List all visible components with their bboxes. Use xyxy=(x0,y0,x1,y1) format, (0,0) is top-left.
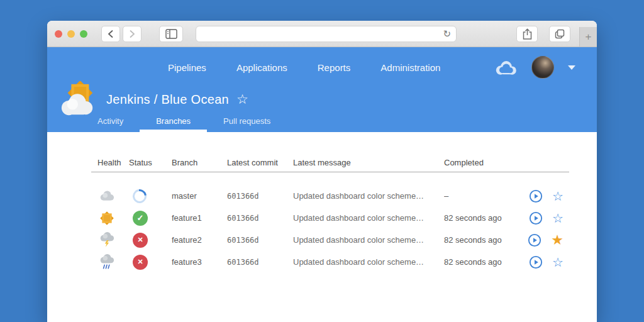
favorite-pipeline-star-icon[interactable]: ☆ xyxy=(236,92,248,107)
table-body: ✓ ✕ master 601366d Updated dashboard col… xyxy=(91,172,597,273)
completed-time: 82 seconds ago xyxy=(444,257,513,267)
sidebar-toggle-button[interactable] xyxy=(159,26,183,42)
health-icon-cell xyxy=(91,254,129,270)
nav-item-reports[interactable]: Reports xyxy=(318,62,351,73)
favorite-star-button[interactable]: ☆★ xyxy=(552,190,564,203)
back-button[interactable] xyxy=(101,26,120,42)
running-spinner-icon xyxy=(130,189,150,203)
cloud-icon xyxy=(494,59,519,76)
column-header-completed: Completed xyxy=(444,158,513,167)
column-header-latest-message: Latest message xyxy=(293,158,444,167)
refresh-icon[interactable]: ↻ xyxy=(443,29,451,38)
run-button[interactable] xyxy=(529,255,543,269)
latest-message: Updated dashboard color scheme… xyxy=(293,213,444,223)
table-row[interactable]: ✓ ✕ feature2 601366d Updated dashboard c… xyxy=(91,229,569,251)
branch-name: feature3 xyxy=(172,257,227,267)
completed-time: 82 seconds ago xyxy=(444,213,513,223)
run-button[interactable] xyxy=(529,189,543,203)
failure-icon: ✕ xyxy=(133,233,148,248)
run-button[interactable] xyxy=(528,233,541,247)
status-icon-cell: ✓ ✕ xyxy=(129,255,172,270)
close-window-button[interactable] xyxy=(55,30,62,38)
latest-commit: 601366d xyxy=(227,192,293,201)
address-bar: ↻ xyxy=(196,26,457,42)
star-outline-icon: ☆ xyxy=(552,255,564,269)
nav-item-pipelines[interactable]: Pipelines xyxy=(168,62,206,73)
show-all-tabs-button[interactable] xyxy=(549,26,570,42)
header-right-group xyxy=(494,56,597,79)
nav-item-administration[interactable]: Administration xyxy=(380,62,440,73)
sidebar-icon xyxy=(165,29,177,39)
app-header: Pipelines Applications Reports Administr… xyxy=(47,47,597,132)
favorite-star-button[interactable]: ☆★ xyxy=(552,212,564,225)
star-outline-icon: ☆ xyxy=(552,211,564,225)
traffic-lights xyxy=(55,30,87,38)
latest-message: Updated dashboard color scheme… xyxy=(293,257,444,267)
branch-name: feature2 xyxy=(172,235,227,245)
favorite-star-button[interactable]: ☆★ xyxy=(551,234,564,247)
branch-name: feature1 xyxy=(172,213,227,223)
tab-branches[interactable]: Branches xyxy=(140,113,207,132)
branch-name: master xyxy=(172,191,227,201)
latest-message: Updated dashboard color scheme… xyxy=(293,191,444,201)
latest-message: Updated dashboard color scheme… xyxy=(293,235,444,245)
status-icon-cell: ✓ ✕ xyxy=(129,189,172,203)
latest-commit: 601366d xyxy=(227,214,293,223)
forward-button[interactable] xyxy=(123,26,142,42)
weather-rain-icon xyxy=(99,254,115,270)
health-icon-cell xyxy=(91,210,129,226)
failure-icon: ✕ xyxy=(133,255,148,270)
browser-toolbar: ↻ + xyxy=(47,21,597,47)
weather-cloudy-icon xyxy=(99,190,115,201)
toolbar-right-buttons xyxy=(516,26,570,42)
row-actions: ☆★ xyxy=(513,233,569,247)
share-icon xyxy=(523,28,532,40)
health-icon-cell xyxy=(91,190,129,201)
status-icon-cell: ✓ ✕ xyxy=(129,211,172,226)
table-row[interactable]: ✓ ✕ master 601366d Updated dashboard col… xyxy=(91,185,569,207)
row-actions: ☆★ xyxy=(513,189,569,203)
zoom-window-button[interactable] xyxy=(80,30,87,38)
new-tab-button[interactable]: + xyxy=(579,27,597,47)
column-header-branch: Branch xyxy=(172,158,227,167)
chevron-right-icon xyxy=(128,30,136,38)
completed-time: 82 seconds ago xyxy=(444,235,513,245)
column-header-latest-commit: Latest commit xyxy=(227,158,293,167)
table-row[interactable]: ✓ ✕ feature3 601366d Updated dashboard c… xyxy=(91,251,569,273)
column-header-health: Health xyxy=(91,158,129,167)
row-actions: ☆★ xyxy=(513,255,569,269)
browser-window: ↻ + Pipelines Applications Reports Admin… xyxy=(47,21,597,322)
user-avatar[interactable] xyxy=(531,56,554,79)
branches-content: Health Status Branch Latest commit Lates… xyxy=(47,132,597,273)
health-icon-cell xyxy=(91,232,129,248)
tab-pull-requests[interactable]: Pull requests xyxy=(207,113,287,132)
chevron-left-icon xyxy=(107,30,114,38)
weather-sun-cloud-icon xyxy=(58,81,97,118)
status-icon-cell: ✓ ✕ xyxy=(129,233,172,248)
table-row[interactable]: ✓ ✕ feature1 601366d Updated dashboard c… xyxy=(91,207,569,229)
row-actions: ☆★ xyxy=(513,211,569,225)
column-header-status: Status xyxy=(129,158,172,167)
latest-commit: 601366d xyxy=(227,258,293,267)
completed-time: – xyxy=(444,191,513,201)
nav-item-applications[interactable]: Applications xyxy=(236,62,287,73)
pipeline-tabs: Activity Branches Pull requests xyxy=(81,113,287,132)
share-button[interactable] xyxy=(516,26,538,42)
user-menu-caret-icon[interactable] xyxy=(568,65,575,70)
star-filled-icon: ★ xyxy=(551,232,564,248)
latest-commit: 601366d xyxy=(227,236,293,245)
table-header: Health Status Branch Latest commit Lates… xyxy=(91,153,569,172)
weather-storm-icon xyxy=(99,232,115,248)
weather-sunny-icon xyxy=(99,210,115,226)
minimize-window-button[interactable] xyxy=(67,30,75,38)
page-title: Jenkins / Blue Ocean xyxy=(106,92,229,107)
history-buttons xyxy=(101,26,142,42)
star-outline-icon: ☆ xyxy=(552,189,564,203)
tab-activity[interactable]: Activity xyxy=(81,113,140,132)
tabs-overview-icon xyxy=(555,29,565,39)
favorite-star-button[interactable]: ☆★ xyxy=(552,256,564,269)
address-bar-input[interactable] xyxy=(201,29,443,39)
success-icon: ✓ xyxy=(133,211,148,226)
run-button[interactable] xyxy=(529,211,543,225)
